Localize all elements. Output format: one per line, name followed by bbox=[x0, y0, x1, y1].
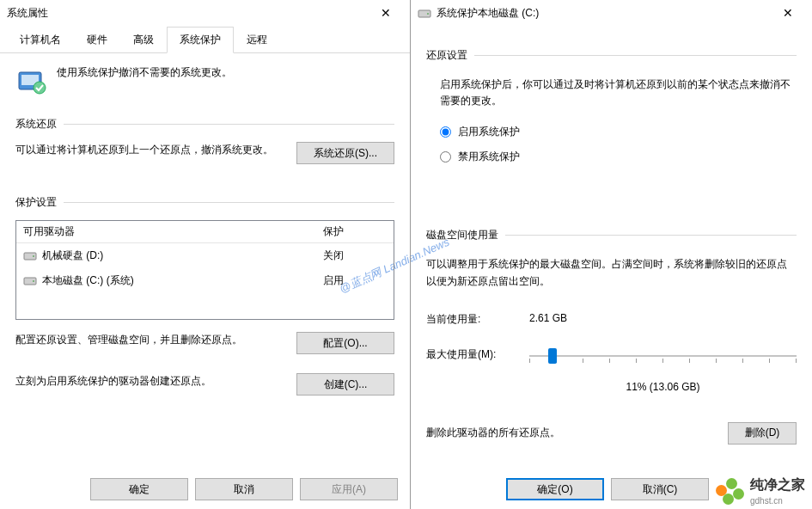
svg-point-4 bbox=[33, 255, 34, 257]
tab-system-protection[interactable]: 系统保护 bbox=[167, 27, 234, 53]
tab-content: 使用系统保护撤消不需要的系统更改。 系统还原 可以通过将计算机还原到上一个还原点… bbox=[0, 53, 410, 421]
svg-point-6 bbox=[33, 280, 34, 282]
logo-subtext: gdhst.cn bbox=[750, 496, 805, 506]
section-disk-usage-title: 磁盘空间使用量 bbox=[426, 228, 498, 242]
window-title: 系统属性 bbox=[7, 6, 369, 21]
drive-icon bbox=[23, 275, 37, 286]
delete-desc: 删除此驱动器的所有还原点。 bbox=[426, 426, 728, 440]
divider bbox=[64, 202, 394, 203]
col-drive-header[interactable]: 可用驱动器 bbox=[16, 221, 316, 242]
configure-button[interactable]: 配置(O)... bbox=[296, 332, 394, 354]
restore-settings-desc: 启用系统保护后，你可以通过及时将计算机还原到以前的某个状态点来撤消不需要的更改。 bbox=[426, 73, 797, 113]
close-icon[interactable]: ✕ bbox=[369, 1, 403, 25]
dialog-buttons: 确定(O) 取消(C) bbox=[506, 478, 709, 500]
max-usage-label: 最大使用量(M): bbox=[426, 347, 529, 362]
svg-point-2 bbox=[34, 82, 46, 94]
tab-computer-name[interactable]: 计算机名 bbox=[7, 27, 74, 53]
drive-table: 可用驱动器 保护 机械硬盘 (D:) 关闭 本地磁盘 (C:) (系统) bbox=[15, 220, 394, 320]
create-button[interactable]: 创建(C)... bbox=[296, 373, 394, 396]
drive-status: 启用 bbox=[316, 270, 394, 291]
logo-text: 纯净之家 bbox=[750, 476, 805, 494]
tab-strip: 计算机名 硬件 高级 系统保护 远程 bbox=[0, 26, 410, 53]
tab-remote[interactable]: 远程 bbox=[234, 27, 280, 53]
table-row[interactable]: 机械硬盘 (D:) 关闭 bbox=[16, 243, 394, 268]
shield-icon bbox=[15, 65, 46, 96]
brand-logo: 纯净之家 gdhst.cn bbox=[716, 476, 805, 506]
radio-label: 禁用系统保护 bbox=[458, 150, 520, 164]
radio-label: 启用系统保护 bbox=[458, 125, 520, 139]
current-usage-value: 2.61 GB bbox=[529, 312, 567, 327]
slider-thumb[interactable] bbox=[548, 348, 557, 364]
section-restore-title: 系统还原 bbox=[15, 117, 57, 132]
slider-ticks bbox=[529, 359, 797, 364]
divider bbox=[474, 55, 797, 56]
restore-desc: 可以通过将计算机还原到上一个还原点，撤消系统更改。 bbox=[15, 142, 286, 158]
config-desc: 配置还原设置、管理磁盘空间，并且删除还原点。 bbox=[15, 332, 286, 348]
close-icon[interactable]: ✕ bbox=[771, 1, 805, 25]
radio-input[interactable] bbox=[440, 151, 451, 163]
table-row[interactable]: 本地磁盘 (C:) (系统) 启用 bbox=[16, 268, 394, 293]
drive-name: 本地磁盘 (C:) (系统) bbox=[42, 273, 134, 288]
apply-button: 应用(A) bbox=[300, 478, 398, 500]
cancel-button[interactable]: 取消(C) bbox=[611, 478, 709, 500]
delete-button[interactable]: 删除(D) bbox=[728, 422, 797, 445]
section-restore-settings-title: 还原设置 bbox=[426, 48, 467, 63]
divider bbox=[64, 124, 394, 125]
disk-usage-desc: 可以调整用于系统保护的最大磁盘空间。占满空间时，系统将删除较旧的还原点以便为新还… bbox=[426, 253, 797, 292]
section-settings-title: 保护设置 bbox=[15, 195, 57, 210]
drive-name: 机械硬盘 (D:) bbox=[42, 248, 103, 263]
drive-icon bbox=[418, 8, 431, 19]
radio-input[interactable] bbox=[440, 126, 451, 138]
system-restore-button[interactable]: 系统还原(S)... bbox=[296, 142, 394, 164]
intro-text: 使用系统保护撤消不需要的系统更改。 bbox=[57, 65, 232, 80]
cancel-button[interactable]: 取消 bbox=[195, 478, 293, 500]
system-protection-drive-window: 系统保护本地磁盘 (C:) ✕ 还原设置 启用系统保护后，你可以通过及时将计算机… bbox=[411, 0, 812, 509]
current-usage-label: 当前使用量: bbox=[426, 312, 529, 327]
titlebar-right: 系统保护本地磁盘 (C:) ✕ bbox=[411, 0, 812, 26]
system-properties-window: 系统属性 ✕ 计算机名 硬件 高级 系统保护 远程 使用系统保护撤消不需要的系统… bbox=[0, 0, 411, 509]
svg-point-8 bbox=[427, 13, 429, 15]
max-usage-slider[interactable] bbox=[529, 343, 797, 377]
radio-enable-protection[interactable]: 启用系统保护 bbox=[440, 120, 797, 144]
drive-status: 关闭 bbox=[316, 245, 394, 267]
slider-value-text: 11% (13.06 GB) bbox=[529, 381, 797, 393]
tab-advanced[interactable]: 高级 bbox=[120, 27, 167, 53]
create-desc: 立刻为启用系统保护的驱动器创建还原点。 bbox=[15, 373, 286, 389]
divider bbox=[505, 235, 797, 236]
ok-button[interactable]: 确定 bbox=[90, 478, 188, 500]
radio-disable-protection[interactable]: 禁用系统保护 bbox=[440, 144, 797, 169]
titlebar-left: 系统属性 ✕ bbox=[0, 0, 410, 26]
tab-hardware[interactable]: 硬件 bbox=[74, 27, 120, 53]
col-protect-header[interactable]: 保护 bbox=[316, 221, 394, 242]
slider-track bbox=[529, 355, 797, 357]
drive-icon bbox=[23, 250, 37, 261]
right-content: 还原设置 启用系统保护后，你可以通过及时将计算机还原到以前的某个状态点来撤消不需… bbox=[411, 26, 812, 455]
logo-dots-icon bbox=[716, 478, 747, 504]
dialog-buttons: 确定 取消 应用(A) bbox=[90, 478, 398, 500]
ok-button[interactable]: 确定(O) bbox=[506, 478, 604, 500]
window-title: 系统保护本地磁盘 (C:) bbox=[437, 6, 771, 21]
radio-group: 启用系统保护 禁用系统保护 bbox=[426, 113, 797, 176]
